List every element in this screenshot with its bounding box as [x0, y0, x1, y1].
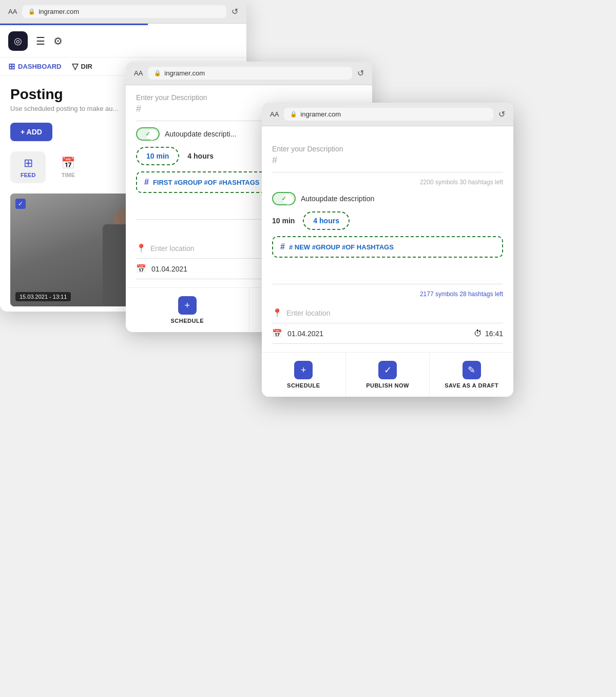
post-check: ✓ [15, 199, 26, 209]
tab-timeline[interactable]: 📅 TIME [51, 151, 85, 183]
location-row-3[interactable]: 📍 Enter location [272, 303, 503, 323]
location-icon-3: 📍 [272, 308, 282, 318]
hash-icon-2: # [280, 242, 285, 251]
reload-icon-3[interactable]: ↺ [498, 109, 505, 119]
location-icon-2: 📍 [136, 243, 146, 253]
schedule-button-3[interactable]: + SCHEDULE [262, 353, 346, 397]
autoupdate-toggle-2[interactable]: ✓ [136, 127, 160, 141]
url-bar-1[interactable]: 🔒 ingramer.com [22, 5, 226, 18]
url-bar-3[interactable]: 🔒 ingramer.com [284, 108, 493, 121]
aa-text-1: AA [8, 8, 17, 15]
schedule-icon-btn-3: + [294, 361, 313, 379]
url-text-3: ingramer.com [300, 110, 341, 118]
hamburger-icon[interactable]: ☰ [36, 35, 45, 47]
autoupdate-label-3: Autoupdate description [301, 195, 374, 203]
hashtag-group-2[interactable]: # # NEW #GROUP #OF HASHTAGS [272, 236, 503, 258]
time-icon-3: ⏱ [474, 329, 482, 338]
publish-icon-3: ✓ [378, 361, 397, 379]
time-buttons-3: 10 min 4 hours [272, 211, 503, 230]
toggle-row-3: ✓ Autoupdate description [272, 192, 503, 205]
symbols-count-3a: 2200 symbols 30 hashtags left [272, 179, 503, 186]
symbols-count-3b: 2177 symbols 28 hashtags left [272, 291, 503, 298]
app-logo: ◎ [8, 31, 28, 51]
hashtag-group-text-2: # NEW #GROUP #OF HASHTAGS [289, 243, 394, 251]
dashboard-label: DASHBOARD [18, 63, 62, 70]
toggle-check-2: ✓ [145, 130, 150, 138]
form-content-3: Enter your Description # 2200 symbols 30… [262, 126, 513, 352]
draft-icon-3: ✎ [463, 361, 481, 379]
dir-icon: ▽ [72, 62, 78, 71]
date-icon-2: 📅 [136, 264, 146, 274]
add-button[interactable]: + ADD [10, 123, 52, 141]
schedule-button-2[interactable]: + SCHEDULE [126, 288, 249, 332]
aa-text-2: AA [134, 69, 143, 77]
hashtag-char-3: # [272, 155, 503, 166]
url-bar-2[interactable]: 🔒 ingramer.com [148, 67, 352, 80]
feed-icon: ⊞ [24, 157, 33, 170]
schedule-label-3: SCHEDULE [287, 382, 320, 389]
schedule-icon-btn-2: + [178, 296, 197, 315]
save-draft-button-3[interactable]: ✎ SAVE AS A DRAFT [430, 353, 513, 397]
publish-label-3: PUBLISH NOW [366, 382, 409, 389]
toggle-check-3: ✓ [281, 195, 286, 202]
browser-bar-2: AA 🔒 ingramer.com ↺ [126, 62, 372, 85]
hashtag-group-text-1: FIRST #GROUP #OF #HASHTAGS [153, 179, 260, 186]
form-spacer-top [272, 134, 503, 145]
aa-text-3: AA [270, 110, 279, 118]
publish-now-button-3[interactable]: ✓ PUBLISH NOW [346, 353, 430, 397]
dashboard-icon: ⊞ [8, 62, 15, 71]
date-icon-3: 📅 [272, 328, 282, 338]
time-btn-4hours-2[interactable]: 4 hours [187, 152, 214, 160]
window-3: AA 🔒 ingramer.com ↺ Enter your Descripti… [262, 103, 513, 397]
bottom-bar-3: + SCHEDULE ✓ PUBLISH NOW ✎ SAVE AS A DRA… [262, 352, 513, 397]
feed-label: FEED [21, 172, 35, 178]
draft-label-3: SAVE AS A DRAFT [445, 382, 498, 389]
autoupdate-toggle-3[interactable]: ✓ [272, 192, 296, 205]
date-text-3: 01.04.2021 [287, 330, 323, 338]
location-placeholder-2: Enter location [150, 244, 195, 253]
tab-feed[interactable]: ⊞ FEED [10, 151, 46, 183]
dir-label: DIR [81, 63, 92, 70]
url-text-2: ingramer.com [164, 69, 205, 77]
form-divider-3a [272, 172, 503, 172]
time-display: ⏱ 16:41 [474, 329, 503, 338]
time-value-3: 16:41 [485, 330, 503, 338]
date-text-2: 01.04.2021 [151, 265, 187, 273]
logo-icon: ◎ [14, 35, 22, 47]
timeline-label: TIME [62, 172, 75, 178]
location-placeholder-3: Enter location [286, 309, 331, 317]
reload-icon-2[interactable]: ↺ [357, 68, 364, 78]
reload-icon-1[interactable]: ↺ [232, 7, 238, 16]
lock-icon-1: 🔒 [28, 8, 35, 15]
nav-dir[interactable]: ▽ DIR [72, 62, 92, 71]
autoupdate-label-2: Autoupdate descripti... [165, 130, 236, 138]
post-date-badge: 15.03.2021 - 13:11 [15, 292, 71, 301]
time-btn-4hours-3[interactable]: 4 hours [303, 211, 350, 230]
app-header: ◎ ☰ ⚙ [0, 25, 246, 57]
lock-icon-3: 🔒 [290, 111, 297, 118]
date-row-3: 📅 01.04.2021 ⏱ 16:41 [272, 323, 503, 344]
browser-bar-3: AA 🔒 ingramer.com ↺ [262, 103, 513, 126]
hash-icon-1: # [144, 178, 149, 187]
time-btn-10min-3[interactable]: 10 min [272, 217, 295, 225]
browser-bar-1: AA 🔒 ingramer.com ↺ [0, 0, 246, 24]
timeline-icon: 📅 [61, 157, 75, 170]
url-text-1: ingramer.com [38, 8, 79, 15]
nav-dashboard[interactable]: ⊞ DASHBOARD [8, 62, 62, 71]
text-area-spacer-3 [272, 264, 503, 284]
lock-icon-2: 🔒 [154, 70, 161, 76]
description-label-3: Enter your Description [272, 145, 503, 153]
time-btn-10min-2[interactable]: 10 min [136, 147, 179, 165]
gear-icon[interactable]: ⚙ [53, 35, 63, 47]
schedule-label-2: SCHEDULE [170, 318, 204, 324]
description-label-2: Enter your Description [136, 93, 362, 102]
